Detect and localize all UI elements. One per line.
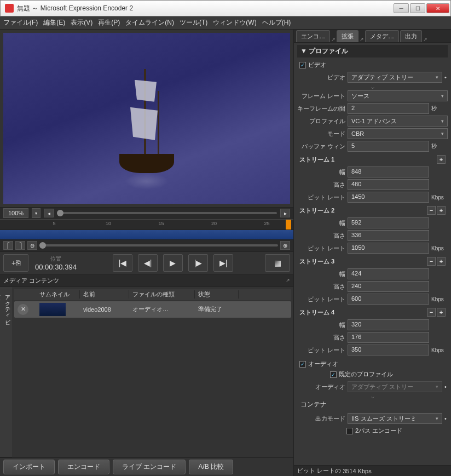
- output-mode-dropdown[interactable]: IIS スムーズ ストリーミ: [348, 413, 442, 424]
- expand-icon[interactable]: ⌵: [297, 394, 448, 398]
- item-type: オーディオ…: [129, 305, 195, 313]
- remove-item-icon[interactable]: ✕: [18, 304, 28, 315]
- video-dropdown[interactable]: アダプティブ ストリー: [348, 72, 442, 83]
- step-back-button[interactable]: ◀|: [138, 254, 158, 272]
- menu-edit[interactable]: 編集(E): [43, 18, 65, 27]
- default-profile-checkbox[interactable]: ✓: [330, 371, 337, 378]
- tab-metadata[interactable]: メタデ…: [365, 30, 399, 42]
- timeline-zoom-slider[interactable]: [39, 244, 278, 246]
- add-marker-button[interactable]: +⎘: [3, 254, 28, 272]
- stream-header: ストリーム 1+: [297, 154, 448, 165]
- container-header: コンテナ: [297, 398, 448, 411]
- playhead-marker[interactable]: [286, 220, 291, 230]
- close-button[interactable]: ✕: [426, 3, 449, 13]
- play-button[interactable]: ▶: [163, 254, 183, 272]
- timecode-label: 位置: [35, 255, 77, 263]
- cut-end-icon[interactable]: ⎤: [15, 241, 25, 250]
- stream-input[interactable]: 424: [348, 268, 429, 279]
- stream-input[interactable]: 176: [348, 332, 429, 343]
- skip-start-button[interactable]: |◀: [113, 254, 132, 272]
- app-icon: [5, 4, 14, 13]
- item-status: 準備完了: [195, 305, 239, 313]
- zoom-value[interactable]: 100%: [3, 208, 28, 218]
- twopass-checkbox[interactable]: ✓: [346, 428, 353, 434]
- stream-input[interactable]: 480: [348, 179, 429, 190]
- expand-icon[interactable]: ⌵: [297, 84, 448, 89]
- maximize-button[interactable]: ☐: [410, 3, 425, 13]
- tab-popout-icon[interactable]: ↗: [423, 37, 427, 42]
- status-bitrate-value: 3514 Kbps: [343, 468, 372, 474]
- framerate-dropdown[interactable]: ソース: [348, 90, 448, 101]
- tab-encode[interactable]: エンコ…: [296, 30, 330, 42]
- zoom-in-icon[interactable]: ⊕: [280, 241, 290, 250]
- menu-view[interactable]: 表示(V): [71, 18, 92, 27]
- live-encode-button[interactable]: ライブ エンコード: [113, 460, 186, 474]
- stream-remove-button[interactable]: −: [427, 308, 436, 317]
- vtab-activity[interactable]: アクティビ: [2, 287, 12, 458]
- zoom-dropdown[interactable]: ▾: [32, 208, 41, 218]
- video-chk-label: ビデオ: [308, 61, 326, 69]
- stream-input[interactable]: 1450: [348, 192, 429, 203]
- panel-popout-icon[interactable]: ↗: [286, 278, 290, 283]
- zoom-out-icon[interactable]: ⊖: [27, 241, 37, 250]
- zoom-next-icon[interactable]: ▸: [280, 209, 290, 217]
- media-panel-title: メディア コンテンツ: [3, 277, 59, 285]
- stream-input[interactable]: 592: [348, 217, 429, 228]
- stream-add-button[interactable]: +: [437, 155, 446, 164]
- keyframe-input[interactable]: 2: [348, 103, 429, 114]
- list-item[interactable]: ✕ video2008 オーディオ… 準備完了: [14, 301, 291, 318]
- thumbnail: [39, 303, 66, 316]
- menu-window[interactable]: ウィンドウ(W): [213, 18, 256, 27]
- item-name: video2008: [80, 306, 129, 313]
- stream-input[interactable]: 350: [348, 345, 429, 355]
- tab-output[interactable]: 出力: [400, 30, 422, 42]
- import-button[interactable]: インポート: [3, 460, 55, 474]
- stream-header: ストリーム 2−+: [297, 205, 448, 216]
- menu-play[interactable]: 再生(P): [98, 18, 120, 27]
- filmstrip-button[interactable]: ▦: [265, 254, 290, 272]
- stream-input[interactable]: 240: [348, 281, 429, 292]
- minimize-button[interactable]: ─: [394, 3, 409, 13]
- timeline-ruler[interactable]: 5 10 15 20 25: [0, 219, 293, 230]
- zoom-slider[interactable]: [57, 212, 277, 214]
- timecode-value: 00:00:30.394: [35, 263, 77, 271]
- menu-help[interactable]: ヘルプ(H): [262, 18, 291, 27]
- stream-add-button[interactable]: +: [437, 206, 446, 215]
- stream-add-button[interactable]: +: [437, 257, 446, 266]
- skip-end-button[interactable]: ▶|: [213, 254, 233, 272]
- profile-dropdown[interactable]: VC-1 アドバンス: [348, 116, 448, 127]
- stream-header: ストリーム 4−+: [297, 307, 448, 318]
- buffer-input[interactable]: 5: [348, 141, 429, 152]
- stream-input[interactable]: 336: [348, 230, 429, 241]
- tab-popout-icon[interactable]: ↗: [331, 37, 336, 42]
- tab-popout-icon[interactable]: ↗: [360, 37, 364, 42]
- menubar: ファイル(F) 編集(E) 表示(V) 再生(P) タイムライン(N) ツール(…: [0, 16, 451, 30]
- cut-start-icon[interactable]: ⎡: [3, 241, 13, 250]
- menu-tools[interactable]: ツール(T): [180, 18, 207, 27]
- stream-input[interactable]: 320: [348, 319, 429, 330]
- stream-remove-button[interactable]: −: [427, 206, 436, 215]
- stream-add-button[interactable]: +: [437, 308, 446, 317]
- stream-input[interactable]: 600: [348, 294, 429, 305]
- ab-compare-button[interactable]: A/B 比較: [189, 460, 233, 474]
- stream-input[interactable]: 1050: [348, 243, 429, 254]
- preview-area: [3, 33, 290, 204]
- video-checkbox[interactable]: ✓: [299, 62, 306, 68]
- timeline-track[interactable]: [0, 230, 293, 240]
- step-forward-button[interactable]: |▶: [188, 254, 208, 272]
- preview-content: [108, 42, 185, 195]
- vtab-item[interactable]: 項目: [0, 287, 2, 458]
- window-title: 無題 ～ Microsoft Expression Encoder 2: [17, 4, 394, 13]
- tab-extend[interactable]: 拡張: [337, 30, 359, 42]
- menu-timeline[interactable]: タイムライン(N): [125, 18, 174, 27]
- stream-remove-button[interactable]: −: [427, 257, 436, 266]
- mode-dropdown[interactable]: CBR: [348, 128, 448, 139]
- encode-button[interactable]: エンコード: [58, 460, 109, 474]
- audio-chk-label: オーディオ: [308, 360, 338, 368]
- zoom-prev-icon[interactable]: ◂: [44, 209, 54, 217]
- list-header: サムネイル 名前 ファイルの種類 状態: [14, 289, 291, 300]
- menu-file[interactable]: ファイル(F): [3, 18, 38, 27]
- profile-header[interactable]: ▼ プロファイル: [297, 45, 448, 58]
- audio-checkbox[interactable]: ✓: [299, 361, 306, 368]
- stream-input[interactable]: 848: [348, 167, 429, 177]
